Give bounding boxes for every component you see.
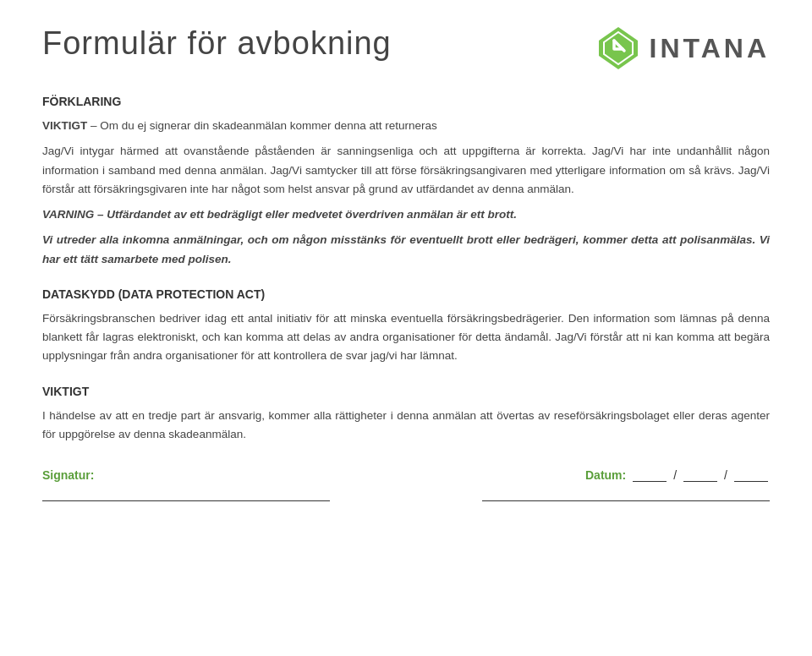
intana-logo-icon xyxy=(595,25,641,71)
footer-area: Signatur: Datum: / / xyxy=(42,467,770,501)
footer-row: Signatur: Datum: / / xyxy=(42,467,770,482)
logo-area: INTANA xyxy=(595,25,771,71)
datum-year-line xyxy=(734,467,768,482)
forklaring-para1-text: – Om du ej signerar din skadeanmälan kom… xyxy=(91,119,437,132)
page-title: Formulär för avbokning xyxy=(42,25,392,62)
viktigt-heading: VIKTIGT xyxy=(42,385,770,398)
signature-line-right xyxy=(482,487,770,501)
page-header: Formulär för avbokning INTANA xyxy=(42,25,770,71)
warning-text: – Utfärdandet av ett bedrägligt eller me… xyxy=(94,208,517,221)
dataskydd-heading: DATASKYDD (DATA PROTECTION ACT) xyxy=(42,287,770,301)
signature-line-left xyxy=(42,487,330,501)
forklaring-para3: VARNING – Utfärdandet av ett bedrägligt … xyxy=(42,205,770,224)
datum-sep1: / xyxy=(673,468,677,482)
viktigt-para1: I händelse av att en tredje part är ansv… xyxy=(42,407,770,445)
viktigt-section: VIKTIGT I händelse av att en tredje part… xyxy=(42,385,770,445)
forklaring-viktigt-label: VIKTIGT xyxy=(42,119,87,132)
datum-day-line xyxy=(633,467,667,482)
datum-sep2: / xyxy=(724,468,727,482)
dataskydd-content: Försäkringsbranschen bedriver idag ett a… xyxy=(42,309,770,366)
signatur-area: Signatur: xyxy=(42,468,94,482)
forklaring-section: FÖRKLARING VIKTIGT – Om du ej signerar d… xyxy=(42,95,770,269)
datum-label: Datum: xyxy=(585,468,626,482)
forklaring-content: VIKTIGT – Om du ej signerar din skadeanm… xyxy=(42,117,770,269)
dataskydd-para1: Försäkringsbranschen bedriver idag ett a… xyxy=(42,309,770,366)
viktigt-content: I händelse av att en tredje part är ansv… xyxy=(42,407,770,445)
warning-label: VARNING xyxy=(42,208,94,221)
logo-text: INTANA xyxy=(650,33,771,64)
signatur-label: Signatur: xyxy=(42,468,94,482)
forklaring-para1: VIKTIGT – Om du ej signerar din skadeanm… xyxy=(42,117,770,135)
signature-line-row xyxy=(42,487,770,501)
datum-area: Datum: / / xyxy=(585,467,770,482)
forklaring-para4: Vi utreder alla inkomna anmälningar, och… xyxy=(42,231,770,269)
dataskydd-section: DATASKYDD (DATA PROTECTION ACT) Försäkri… xyxy=(42,287,770,366)
forklaring-para2: Jag/Vi intygar härmed att ovanstående på… xyxy=(42,142,770,199)
forklaring-para4-text: Vi utreder alla inkomna anmälningar, och… xyxy=(42,233,770,265)
datum-month-line xyxy=(683,467,717,482)
forklaring-heading: FÖRKLARING xyxy=(42,95,770,108)
